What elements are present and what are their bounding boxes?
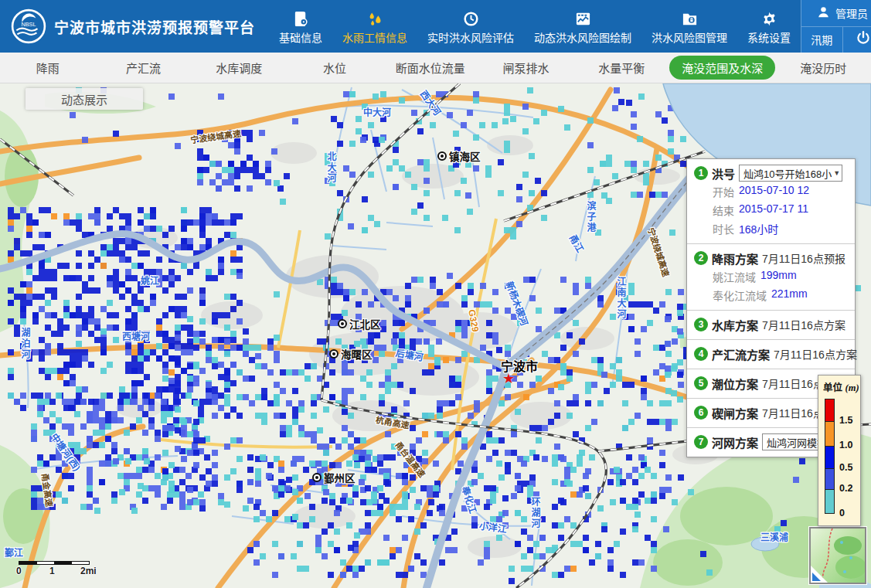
power-icon [856, 30, 871, 49]
road-label: 宁波绕城高速 [189, 126, 242, 145]
river-label: 江南大河 [614, 277, 628, 320]
district-label: 鄞州区 [312, 470, 356, 485]
dynamic-display-button[interactable]: 动态展示 [26, 88, 143, 110]
nav-item-5[interactable]: 系统设置 [737, 0, 801, 53]
legend-segment [825, 421, 835, 446]
river-label: 后塘河 [395, 345, 424, 363]
tab-label: 产汇流 [114, 56, 173, 80]
road-label: 甬台温高速 [393, 438, 428, 479]
row-value: 199mm [760, 269, 797, 284]
scalebar-segment [37, 562, 55, 564]
scalebar-label: 1 [49, 566, 55, 576]
legend-tick-label: 0 [839, 508, 845, 518]
road-label: 宁波绕城高速 [645, 226, 673, 278]
river-label: 小洋江 [478, 518, 508, 535]
tab-8[interactable]: 淹没历时 [775, 56, 871, 80]
logout-button[interactable] [843, 27, 871, 53]
brand: NBSL 宁波市城市洪涝预报预警平台 [0, 0, 255, 53]
nav-item-label: 洪水风险图管理 [652, 29, 727, 45]
section-value: 7月11日16点预报 [762, 250, 845, 266]
nav-item-label: 基础信息 [279, 29, 322, 45]
scalebar-label: 0 [16, 566, 22, 576]
river-label: 湖泊河 [19, 328, 32, 360]
section-select[interactable]: 灿鸿10号开始168小▼ [739, 165, 842, 182]
legend-colorbar [825, 399, 835, 514]
legend-tick-label: 0.2 [839, 483, 852, 494]
nav-item-0[interactable]: 基础信息 [269, 0, 332, 53]
tab-label: 水量平衡 [586, 56, 657, 80]
section-title: 河网方案 [712, 434, 758, 450]
tab-1[interactable]: 产汇流 [96, 56, 192, 80]
user-icon [817, 5, 830, 21]
tab-label: 水位 [311, 56, 359, 80]
river-label: 鄞江 [5, 546, 23, 559]
legend-tick-label: 0.5 [839, 462, 852, 473]
map-container[interactable]: 镇海区江北区海曙区鄞州区中大河西大河北大河滨子港甬江姚江西塘河后塘河湖泊河中塘河… [0, 83, 871, 588]
scalebar-segment [72, 562, 90, 564]
top-header: NBSL 宁波市城市洪涝预报预警平台 基础信息水雨工情信息实时洪水风险评估动态洪… [0, 0, 871, 53]
admin-user-menu[interactable]: 管理员 [801, 0, 871, 27]
panel-row: 姚江流域199mm [694, 267, 848, 286]
app-root: NBSL 宁波市城市洪涝预报预警平台 基础信息水雨工情信息实时洪水风险评估动态洪… [0, 0, 871, 588]
legend-title: 单位 (m) [823, 379, 857, 394]
panel-row: 奉化江流域221mm [694, 286, 848, 304]
river-label: 滨子港 [584, 201, 597, 233]
tab-label: 淹没范围及水深 [669, 56, 775, 80]
row-label: 开始 [713, 184, 734, 199]
nav-item-label: 实时洪水风险评估 [427, 29, 514, 45]
tab-4[interactable]: 断面水位流量 [383, 56, 478, 80]
flood-season-button[interactable]: 汛期 [801, 27, 843, 53]
step-badge: 4 [694, 347, 708, 361]
river-label: 奉化江 [459, 484, 480, 515]
section-value: 7月11日16点方案 [762, 317, 845, 332]
clock-icon [463, 8, 479, 27]
nav-item-1[interactable]: 水雨工情信息 [332, 0, 417, 53]
tab-5[interactable]: 闸泵排水 [478, 56, 574, 80]
section-title: 碶闸方案 [712, 405, 758, 421]
nav-item-2[interactable]: 实时洪水风险评估 [417, 0, 524, 53]
tab-label: 闸泵排水 [491, 56, 562, 80]
river-label: 北大河 [325, 151, 338, 184]
panel-row: 结束2015-07-17 11 [694, 201, 848, 219]
nav-item-label: 系统设置 [747, 29, 791, 45]
nav-item-3[interactable]: 动态洪水风险图绘制 [524, 0, 641, 53]
district-label: 江北区 [338, 316, 381, 331]
nav-item-label: 水雨工情信息 [342, 29, 407, 45]
row-value: 2015-07-10 12 [739, 184, 809, 199]
step-badge: 5 [694, 376, 708, 390]
river-label: 西大河 [418, 87, 445, 117]
row-value: 2015-07-17 11 [739, 202, 808, 218]
tab-2[interactable]: 水库调度 [192, 56, 287, 80]
tab-6[interactable]: 水量平衡 [574, 56, 670, 80]
row-label: 时长 [713, 221, 734, 236]
river-label: 西塘河 [122, 329, 150, 342]
nav-item-label: 动态洪水风险图绘制 [534, 29, 631, 45]
tab-3[interactable]: 水位 [287, 56, 383, 80]
legend-segment [825, 489, 835, 514]
legend-body: 1.51.00.50.20 [823, 399, 857, 519]
city-star-icon: ★ [502, 370, 515, 387]
minimap-arrow-icon [812, 573, 821, 581]
tab-0[interactable]: 降雨 [0, 56, 96, 80]
user-actions: 汛期 [801, 27, 871, 53]
row-label: 奉化江流域 [713, 287, 767, 303]
panel-section-1: 1洪号灿鸿10号开始168小▼开始2015-07-10 12结束2015-07-… [687, 159, 855, 243]
district-marker-icon [437, 151, 447, 161]
tab-label: 淹没历时 [788, 56, 859, 80]
main-nav: 基础信息水雨工情信息实时洪水风险评估动态洪水风险图绘制洪水风险图管理系统设置 [269, 0, 801, 53]
svg-text:NBSL: NBSL [21, 21, 36, 28]
gear-icon [761, 8, 777, 27]
district-marker-icon [312, 473, 322, 482]
row-value: 221mm [771, 287, 808, 303]
road-label: G329 [466, 308, 481, 332]
row-label: 姚江流域 [713, 269, 756, 284]
step-badge: 7 [694, 435, 708, 449]
river-label: 中塘河(西) [49, 430, 84, 474]
nav-item-4[interactable]: 洪水风险图管理 [641, 0, 737, 53]
panel-section-head: 4产汇流方案7月11日16点方案 [694, 345, 848, 363]
overview-minimap[interactable] [809, 527, 866, 584]
section-title: 降雨方案 [712, 250, 758, 267]
chevron-down-icon: ▼ [833, 169, 840, 177]
section-value: 7月11日16点方案 [774, 346, 857, 362]
tab-7[interactable]: 淹没范围及水深 [669, 56, 775, 80]
